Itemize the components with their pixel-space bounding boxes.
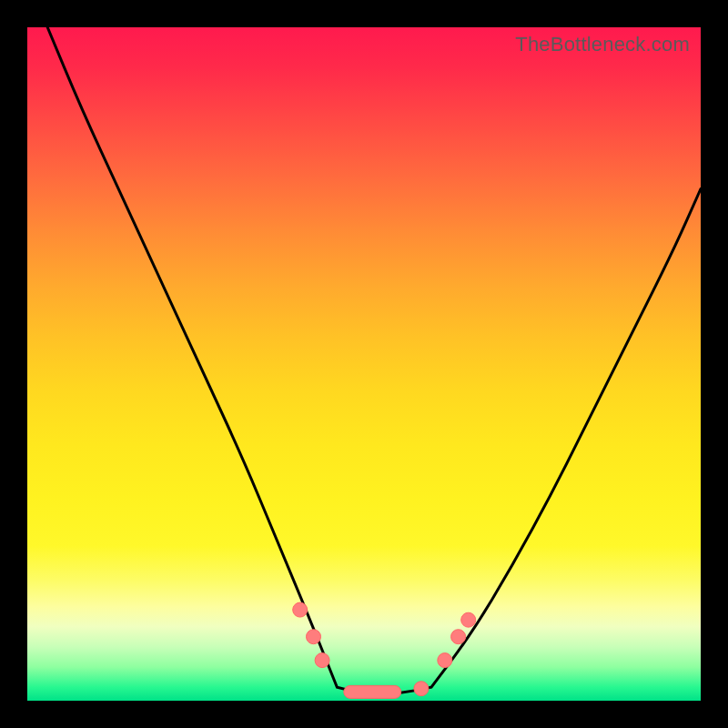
bottleneck-curve: [47, 27, 701, 694]
marker-layer: [293, 602, 476, 698]
marker-left-cluster-1: [307, 630, 321, 644]
watermark-text: TheBottleneck.com: [515, 33, 690, 56]
marker-left-cluster-2: [315, 653, 329, 668]
marker-right-cluster-1: [451, 630, 466, 644]
plot-area: TheBottleneck.com: [27, 27, 701, 701]
marker-right-cluster-2: [461, 612, 476, 627]
chart-svg: [27, 27, 701, 701]
marker-valley-right-dot-0: [414, 682, 429, 696]
marker-left-cluster-0: [293, 602, 308, 617]
series-lines: [47, 27, 701, 694]
marker-right-cluster-0: [438, 653, 452, 668]
marker-valley-span: [344, 685, 401, 698]
